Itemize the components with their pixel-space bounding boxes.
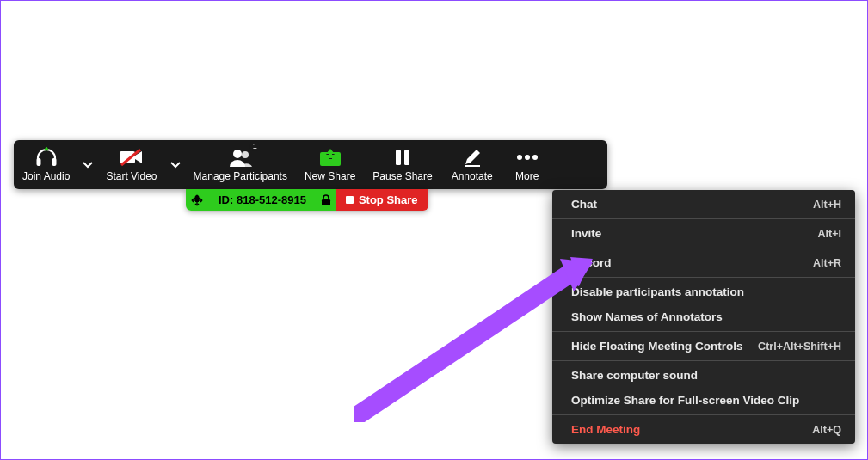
- more-menu: Chat Alt+H Invite Alt+I Record Alt+R Dis…: [552, 190, 855, 444]
- menu-item-shortcut: Alt+H: [813, 199, 841, 211]
- menu-item-label: Disable participants annotation: [571, 285, 744, 298]
- menu-item-label: Invite: [571, 227, 601, 240]
- menu-item-disable-annotation[interactable]: Disable participants annotation: [552, 279, 855, 304]
- new-share-button[interactable]: New Share: [296, 140, 364, 189]
- menu-separator: [552, 277, 855, 278]
- menu-separator: [552, 331, 855, 332]
- headphones-icon: [34, 146, 58, 169]
- share-toolbar: Join Audio Start Video 1 Manage Parti: [14, 140, 607, 189]
- stop-icon: [346, 196, 354, 204]
- start-video-button[interactable]: Start Video: [97, 140, 165, 189]
- annotate-button[interactable]: Annotate: [441, 140, 503, 189]
- more-button[interactable]: More: [503, 140, 551, 189]
- menu-item-label: Chat: [571, 198, 597, 211]
- svg-rect-7: [396, 150, 401, 165]
- menu-item-show-annotator-names[interactable]: Show Names of Annotators: [552, 304, 855, 329]
- pencil-icon: [463, 146, 482, 169]
- svg-rect-8: [404, 150, 409, 165]
- video-options-chevron[interactable]: [166, 140, 185, 189]
- menu-item-end-meeting[interactable]: End Meeting Alt+Q: [552, 417, 855, 442]
- meeting-id-bar: ID: 818-512-8915 Stop Share: [186, 189, 428, 211]
- pause-share-label: Pause Share: [372, 170, 432, 182]
- more-label: More: [515, 170, 539, 182]
- stop-share-button[interactable]: Stop Share: [336, 189, 428, 211]
- menu-item-label: Hide Floating Meeting Controls: [571, 340, 743, 353]
- menu-item-chat[interactable]: Chat Alt+H: [552, 192, 855, 217]
- menu-item-optimize-video[interactable]: Optimize Share for Full-screen Video Cli…: [552, 388, 855, 413]
- menu-separator: [552, 414, 855, 415]
- start-video-label: Start Video: [106, 170, 157, 182]
- manage-participants-button[interactable]: 1 Manage Participants: [185, 140, 296, 189]
- camera-off-icon: [119, 146, 145, 169]
- menu-separator: [552, 360, 855, 361]
- menu-item-shortcut: Alt+Q: [812, 424, 841, 436]
- menu-item-label: Record: [571, 256, 612, 269]
- share-screen-icon: [319, 146, 342, 169]
- svg-point-5: [242, 151, 249, 158]
- menu-item-shortcut: Alt+R: [813, 257, 841, 269]
- pause-icon: [395, 146, 410, 169]
- more-dots-icon: [516, 146, 539, 169]
- svg-point-12: [532, 155, 538, 160]
- menu-item-shortcut: Alt+I: [818, 228, 841, 240]
- menu-item-invite[interactable]: Invite Alt+I: [552, 221, 855, 246]
- participants-count-badge: 1: [249, 141, 260, 151]
- annotate-label: Annotate: [452, 170, 493, 182]
- menu-item-label: End Meeting: [571, 423, 640, 436]
- svg-point-10: [517, 155, 522, 160]
- participants-icon: 1: [228, 146, 252, 169]
- audio-options-chevron[interactable]: [78, 140, 97, 189]
- stop-share-label: Stop Share: [359, 193, 418, 206]
- menu-item-record[interactable]: Record Alt+R: [552, 250, 855, 275]
- menu-item-hide-controls[interactable]: Hide Floating Meeting Controls Ctrl+Alt+…: [552, 334, 855, 359]
- menu-separator: [552, 248, 855, 248]
- menu-item-label: Show Names of Annotators: [571, 310, 723, 323]
- drag-handle-icon[interactable]: [186, 189, 208, 211]
- menu-item-label: Share computer sound: [571, 369, 698, 382]
- manage-participants-label: Manage Participants: [194, 170, 287, 182]
- new-share-label: New Share: [305, 170, 355, 182]
- svg-rect-0: [36, 158, 40, 166]
- join-audio-label: Join Audio: [22, 170, 70, 182]
- pause-share-button[interactable]: Pause Share: [364, 140, 440, 189]
- menu-item-share-sound[interactable]: Share computer sound: [552, 363, 855, 388]
- menu-item-shortcut: Ctrl+Alt+Shift+H: [758, 340, 841, 353]
- menu-item-label: Optimize Share for Full-screen Video Cli…: [571, 394, 799, 407]
- svg-rect-1: [52, 158, 56, 166]
- join-audio-button[interactable]: Join Audio: [14, 140, 78, 189]
- svg-point-4: [233, 150, 242, 158]
- meeting-id-label: ID: 818-512-8915: [208, 189, 317, 211]
- menu-separator: [552, 218, 855, 219]
- svg-point-11: [525, 155, 530, 160]
- lock-icon: [317, 189, 336, 211]
- svg-rect-13: [322, 199, 330, 205]
